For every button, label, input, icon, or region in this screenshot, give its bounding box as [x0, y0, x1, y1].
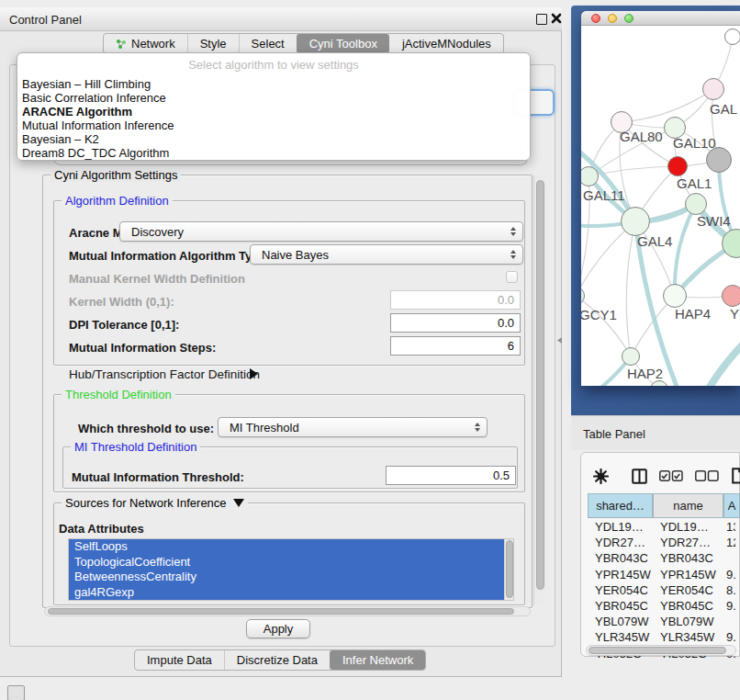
network-node-hap2[interactable] — [622, 347, 640, 366]
table-cell[interactable]: 9. — [726, 629, 735, 645]
algorithm-option[interactable]: Dream8 DC_TDC Algorithm — [22, 146, 530, 160]
table-cell[interactable] — [726, 550, 735, 566]
kernel-width-field[interactable]: 0.0 — [390, 290, 521, 310]
algorithm-dropdown: Select algorithm to view settings Bayesi… — [17, 52, 531, 161]
table-cell[interactable]: YBL079W — [595, 614, 653, 629]
table-cell[interactable]: YDL19… — [660, 519, 723, 535]
network-node-gal11[interactable] — [581, 166, 599, 186]
collapse-down-icon[interactable] — [233, 499, 244, 507]
table-cell[interactable]: YDR27… — [595, 535, 653, 550]
tab-jactivemnodules[interactable]: jActiveMNodules — [389, 34, 503, 53]
column-header[interactable]: shared… — [588, 493, 653, 518]
table-cell[interactable]: YDR27… — [660, 535, 723, 550]
aracne-mode-combobox[interactable]: Discovery — [119, 221, 523, 242]
node-label: HAP2 — [627, 366, 663, 381]
network-node[interactable] — [706, 147, 732, 173]
tab-select[interactable]: Select — [239, 34, 297, 53]
table-cell[interactable]: YBR045C — [595, 598, 653, 614]
table-cell[interactable]: YBL079W — [660, 614, 723, 629]
mi-steps-label: Mutual Information Steps: — [69, 341, 216, 355]
algorithm-option[interactable]: Mutual Information Inference — [22, 119, 530, 132]
network-node-gcy1[interactable] — [581, 287, 585, 305]
algorithm-option[interactable]: Basic Correlation Inference — [22, 91, 530, 105]
table-cell[interactable]: 9. — [726, 598, 735, 614]
zoom-traffic-light[interactable] — [624, 14, 633, 23]
attributes-scrollbar[interactable] — [504, 539, 513, 600]
table-cell[interactable]: YBR043C — [660, 550, 723, 566]
control-panel-titlebar[interactable] — [0, 7, 562, 31]
table-cell[interactable]: YER054C — [595, 582, 653, 598]
tab-discretize-data[interactable]: Discretize Data — [224, 650, 330, 670]
table-hscrollbar[interactable] — [586, 645, 736, 656]
data-attributes-label: Data Attributes — [59, 522, 144, 536]
table-cell[interactable]: YLR345W — [660, 629, 723, 645]
settings-vscrollbar[interactable] — [533, 175, 545, 605]
close-icon[interactable] — [551, 13, 562, 24]
data-attribute-item[interactable]: SelfLoops — [69, 539, 513, 555]
data-attribute-item[interactable]: gal4RGexp — [69, 585, 513, 601]
network-window-titlebar[interactable] — [581, 11, 740, 26]
algorithm-option[interactable]: ARACNE Algorithm — [22, 105, 530, 119]
data-attributes-list[interactable]: SelfLoopsTopologicalCoefficientBetweenne… — [68, 538, 514, 601]
network-node-gal1[interactable] — [667, 156, 688, 176]
checked-checkboxes-icon[interactable] — [659, 470, 683, 482]
table-cell[interactable]: 12 — [726, 535, 735, 550]
which-threshold-combobox[interactable]: MI Threshold — [218, 417, 488, 437]
close-traffic-light[interactable] — [591, 14, 600, 23]
unchecked-checkboxes-icon[interactable] — [695, 470, 719, 482]
which-threshold-label: Which threshold to use: — [78, 422, 214, 435]
minimized-panel-icon[interactable] — [7, 685, 25, 700]
network-canvas[interactable]: GALGAL80GAL10GAL1GAL11SWI4GAL4GCY1HAP4YH… — [581, 26, 740, 386]
network-node[interactable] — [722, 229, 740, 258]
minimize-traffic-light[interactable] — [608, 14, 617, 23]
table-cell[interactable] — [726, 614, 735, 629]
network-node-gal[interactable] — [702, 78, 724, 100]
apply-button[interactable]: Apply — [246, 619, 310, 638]
mi-threshold-title: MI Threshold Definition — [71, 440, 200, 454]
table-cell[interactable]: YPR145W — [595, 567, 653, 582]
expand-right-icon[interactable] — [250, 368, 258, 379]
spinner-arrows-icon — [510, 227, 516, 236]
network-node[interactable] — [724, 28, 740, 45]
dpi-tolerance-field[interactable]: 0.0 — [390, 313, 521, 333]
table-cell[interactable]: 8. — [726, 582, 735, 598]
algorithm-option[interactable]: Bayesian – K2 — [22, 132, 530, 146]
table-cell[interactable]: YDL19… — [595, 519, 653, 535]
table-cell[interactable]: YER054C — [660, 582, 723, 598]
table-cell[interactable]: YBR045C — [660, 598, 723, 614]
tab-network[interactable]: Network — [104, 34, 187, 53]
kernel-width-label: Kernel Width (0,1): — [69, 295, 174, 309]
table-cell[interactable]: 13 — [726, 519, 735, 535]
sources-title-row: Sources for Network Inference — [62, 496, 248, 510]
algorithm-option[interactable]: Bayesian – Hill Climbing — [22, 77, 530, 91]
settings-hscrollbar[interactable] — [44, 606, 531, 616]
split-columns-icon[interactable] — [632, 469, 647, 484]
network-node-y[interactable] — [722, 285, 740, 307]
hub-definition-label: Hub/Transcription Factor Definition — [69, 367, 260, 381]
document-icon[interactable] — [732, 468, 740, 484]
table-cell[interactable]: 9. — [726, 567, 735, 582]
cyni-settings-title: Cyni Algorithm Settings — [50, 168, 181, 182]
network-node-hap4[interactable] — [663, 284, 687, 308]
mi-steps-field[interactable]: 6 — [390, 336, 521, 356]
data-attribute-item[interactable]: BetweennessCentrality — [69, 570, 513, 585]
mi-threshold-field[interactable]: 0.5 — [386, 466, 516, 485]
tab-style[interactable]: Style — [187, 34, 239, 53]
table-cell[interactable]: YPR145W — [660, 567, 723, 582]
table-cell[interactable]: YLR345W — [595, 629, 653, 645]
network-node-swi4[interactable] — [685, 193, 707, 215]
network-node-gal4[interactable] — [621, 207, 650, 236]
mi-type-combobox[interactable]: Naive Bayes — [250, 244, 523, 265]
tab-impute-data[interactable]: Impute Data — [135, 650, 224, 670]
node-label: HAP4 — [675, 306, 711, 322]
tab-infer-network[interactable]: Infer Network — [330, 650, 425, 670]
column-header[interactable]: A — [723, 493, 740, 518]
manual-kernel-checkbox[interactable] — [506, 271, 518, 283]
node-label: GAL — [710, 101, 737, 117]
data-attribute-item[interactable]: TopologicalCoefficient — [69, 555, 513, 570]
tab-cyni-toolbox[interactable]: Cyni Toolbox — [297, 34, 389, 53]
table-cell[interactable]: YBR043C — [595, 550, 653, 566]
float-window-icon[interactable] — [536, 14, 547, 25]
column-header[interactable]: name — [653, 493, 723, 518]
gear-icon[interactable] — [593, 469, 609, 484]
